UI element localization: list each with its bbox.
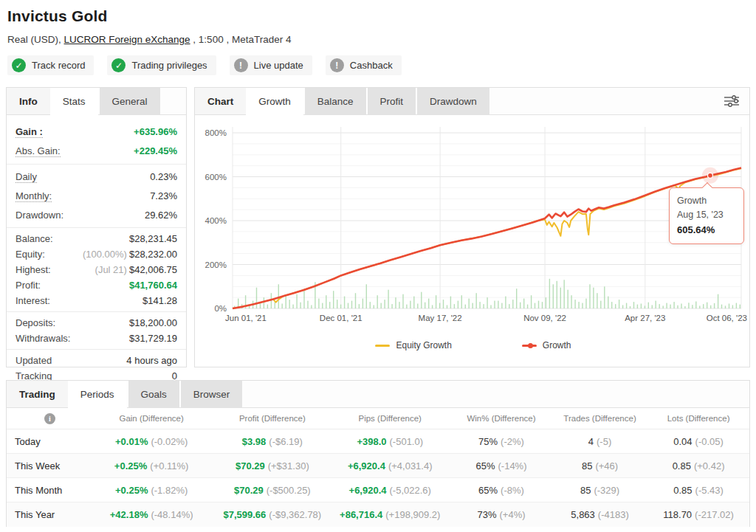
badge-cashback[interactable]: !Cashback xyxy=(326,55,402,75)
legend-dot xyxy=(528,343,533,348)
stat-value-prefix: (Jul 21) xyxy=(95,264,127,275)
chart-panel: ChartGrowthBalanceProfitDrawdown 0%200%4… xyxy=(194,87,750,367)
svg-text:Jun 01, '21: Jun 01, '21 xyxy=(225,314,267,322)
period-cell: $70.29(-$500.25) xyxy=(215,485,329,496)
chart-tab-drawdown[interactable]: Drawdown xyxy=(416,88,489,114)
cell-difference: (-217.02) xyxy=(695,509,734,520)
period-row-today[interactable]: Today+0.01%(-0.02%)$3.98(-$6.19)+398.0(-… xyxy=(7,429,749,454)
stats-group: Daily0.23%Monthly:7.23%Drawdown:29.62% xyxy=(7,164,186,227)
stats-tab-stats[interactable]: Stats xyxy=(50,88,98,115)
info-icon[interactable]: i xyxy=(44,413,55,424)
period-label: This Month xyxy=(7,485,88,496)
growth-chart-area: 0%200%400%600%800%Jun 01, '21Dec 01, '21… xyxy=(195,115,749,350)
chart-tab-balance[interactable]: Balance xyxy=(303,88,366,114)
period-cell: 65%(-14%) xyxy=(450,460,552,471)
cell-difference: (-14%) xyxy=(498,460,527,471)
sliders-icon xyxy=(724,95,739,107)
stat-label[interactable]: Gain : xyxy=(16,126,43,138)
cell-difference: (-501.0) xyxy=(390,436,424,447)
chart-tab-growth[interactable]: Growth xyxy=(246,88,303,115)
cell-difference: (+46) xyxy=(595,460,618,471)
cell-main-value: 4 xyxy=(588,436,594,447)
cell-difference: (-$6.19) xyxy=(269,436,303,447)
stat-value: 29.62% xyxy=(145,210,177,221)
cell-difference: (-0.05) xyxy=(695,436,724,447)
chart-tab-profit[interactable]: Profit xyxy=(366,88,416,114)
period-cell: +0.25%(-1.82%) xyxy=(88,485,215,496)
svg-text:600%: 600% xyxy=(205,173,227,182)
cell-main-value: $70.29 xyxy=(234,485,264,496)
cell-difference: (-$9,362.78) xyxy=(269,509,321,520)
check-circle-icon: ✓ xyxy=(12,58,26,72)
badge-trading-privileges[interactable]: ✓Trading privileges xyxy=(107,55,216,75)
periods-tab-browser[interactable]: Browser xyxy=(179,381,243,407)
badge-live-update[interactable]: !Live update xyxy=(230,55,312,75)
stat-row: Withdrawals:$31,729.19 xyxy=(7,331,186,346)
period-row-this-month[interactable]: This Month+0.25%(-1.82%)$70.29(-$500.25)… xyxy=(7,478,749,502)
cell-difference: (-2%) xyxy=(501,436,524,447)
svg-text:800%: 800% xyxy=(205,128,227,137)
column-header-pips[interactable]: Pips (Difference) xyxy=(329,414,450,423)
period-row-this-week[interactable]: This Week+0.25%(+0.11%)$70.29(+$31.30)+6… xyxy=(7,454,749,478)
svg-text:May 17, '22: May 17, '22 xyxy=(419,314,462,322)
cell-difference: (+4,031.4) xyxy=(388,460,433,471)
periods-panel: TradingPeriodsGoalsBrowser iGain (Differ… xyxy=(6,380,750,527)
growth-chart[interactable]: 0%200%400%600%800%Jun 01, '21Dec 01, '21… xyxy=(197,117,747,334)
chart-tabbar: ChartGrowthBalanceProfitDrawdown xyxy=(195,88,749,115)
legend-item-growth[interactable]: Growth xyxy=(522,340,571,350)
period-label: This Year xyxy=(7,509,88,520)
period-cell: 118.70(-217.02) xyxy=(647,509,749,520)
column-header-profit[interactable]: Profit (Difference) xyxy=(215,414,329,423)
period-row-this-year[interactable]: This Year+42.18%(-48.14%)$7,599.66(-$9,3… xyxy=(7,502,749,527)
period-cell: 85(-329) xyxy=(552,485,647,496)
stats-tab-info[interactable]: Info xyxy=(7,88,50,114)
column-header-win[interactable]: Win% (Difference) xyxy=(450,414,552,423)
periods-tab-periods[interactable]: Periods xyxy=(68,381,127,408)
period-cell: $3.98(-$6.19) xyxy=(215,436,329,447)
column-header-lots[interactable]: Lots (Difference) xyxy=(647,414,749,423)
stat-value-prefix: (100.00%) xyxy=(83,249,127,260)
cell-difference: (+0.42) xyxy=(694,460,725,471)
column-header-gain[interactable]: Gain (Difference) xyxy=(88,414,215,423)
stat-row: Balance:$28,231.45 xyxy=(7,231,186,246)
chart-legend: Equity GrowthGrowth xyxy=(197,340,749,350)
period-cell: 75%(-2%) xyxy=(450,436,552,447)
column-header-trades[interactable]: Trades (Difference) xyxy=(552,414,647,423)
stats-tab-general[interactable]: General xyxy=(98,88,160,114)
chart-tab-chart[interactable]: Chart xyxy=(195,88,246,114)
periods-tab-goals[interactable]: Goals xyxy=(127,381,179,407)
broker-link[interactable]: LUCROR Foreign eXchange xyxy=(64,34,190,45)
exclamation-circle-icon: ! xyxy=(234,58,248,72)
exclamation-circle-icon: ! xyxy=(330,58,344,72)
growth-swatch xyxy=(522,345,537,347)
cell-main-value: +0.25% xyxy=(114,460,147,471)
cell-main-value: 5,863 xyxy=(571,509,595,520)
cell-main-value: 85 xyxy=(580,485,591,496)
stat-row: Daily0.23% xyxy=(7,167,186,187)
cell-difference: (+198,909.2) xyxy=(385,509,440,520)
stat-label: Deposits: xyxy=(16,317,55,328)
svg-text:Nov 09, '22: Nov 09, '22 xyxy=(523,314,566,322)
cell-main-value: 73% xyxy=(477,509,496,520)
cell-main-value: $3.98 xyxy=(242,436,267,447)
periods-tab-trading[interactable]: Trading xyxy=(7,381,68,407)
stat-value: (100.00%)$28,232.00 xyxy=(83,249,177,260)
stat-label: Interest: xyxy=(16,295,50,306)
legend-item-equity-growth[interactable]: Equity Growth xyxy=(375,340,451,350)
badge-track-record[interactable]: ✓Track record xyxy=(7,55,94,75)
cell-main-value: 85 xyxy=(582,460,592,471)
cell-difference: (-5,022.6) xyxy=(390,485,431,496)
cell-main-value: +0.01% xyxy=(115,436,148,447)
cell-main-value: 65% xyxy=(475,460,495,471)
page-header: Invictus Gold Real (USD), LUCROR Foreign… xyxy=(0,0,756,75)
cell-main-value: 75% xyxy=(478,436,498,447)
stat-label[interactable]: Daily xyxy=(16,171,37,183)
legend-label: Growth xyxy=(543,340,571,350)
tooltip-value: 605.64% xyxy=(677,223,736,238)
stat-label[interactable]: Monthly: xyxy=(16,190,52,202)
period-cell: +86,716.4(+198,909.2) xyxy=(329,509,450,520)
chart-settings-button[interactable] xyxy=(714,88,749,114)
stat-label[interactable]: Abs. Gain: xyxy=(16,145,61,157)
cell-main-value: +0.25% xyxy=(115,485,148,496)
badge-label: Trading privileges xyxy=(131,60,207,71)
